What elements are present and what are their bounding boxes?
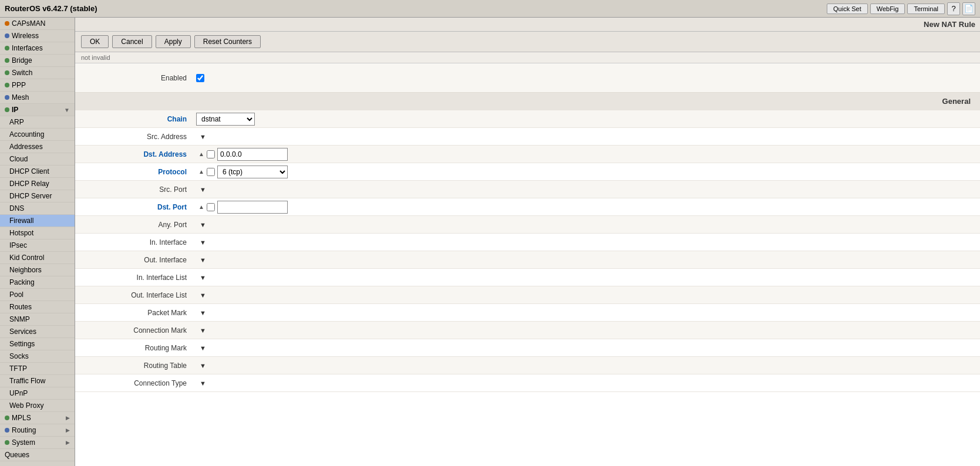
sidebar-item-label: ARP [9, 118, 24, 126]
sidebar-item-mesh[interactable]: Mesh [0, 92, 75, 104]
protocol-expand[interactable]: ▲ [198, 168, 204, 175]
sidebar-item-ipsec[interactable]: IPsec [0, 239, 75, 252]
in-interface-list-label: In. Interface List [75, 273, 193, 282]
sidebar-item-label: Mesh [12, 93, 29, 102]
in-interface-row: In. Interface ▼ [75, 234, 980, 251]
capsman-dot [5, 21, 9, 26]
sidebar-item-bridge[interactable]: Bridge [0, 55, 75, 67]
sidebar-item-accounting[interactable]: Accounting [0, 129, 75, 141]
sidebar-item-web-proxy[interactable]: Web Proxy [0, 400, 75, 412]
sidebar-item-firewall[interactable]: Firewall [0, 215, 75, 227]
sidebar-item-neighbors[interactable]: Neighbors [0, 264, 75, 276]
connection-mark-arrow[interactable]: ▼ [196, 325, 210, 336]
protocol-control: ▲ 6 (tcp) 17 (udp) 1 (icmp) [193, 164, 980, 180]
sidebar-item-dhcp-client[interactable]: DHCP Client [0, 166, 75, 178]
dst-address-input[interactable]: 0.0.0.0 [217, 148, 288, 161]
dst-port-control: ▲ [193, 199, 980, 215]
dst-port-expand[interactable]: ▲ [198, 204, 204, 210]
wireless-dot [5, 33, 9, 38]
dst-port-checkbox[interactable] [207, 203, 215, 211]
sidebar-item-settings[interactable]: Settings [0, 338, 75, 350]
sidebar-item-wireless[interactable]: Wireless [0, 30, 75, 42]
interfaces-dot [5, 46, 9, 50]
enabled-checkbox[interactable] [196, 74, 204, 82]
enabled-control [193, 72, 980, 84]
in-interface-arrow[interactable]: ▼ [196, 237, 210, 248]
packet-mark-arrow[interactable]: ▼ [196, 308, 210, 318]
dst-port-input[interactable] [217, 201, 288, 214]
packet-mark-row: Packet Mark ▼ [75, 304, 980, 322]
cancel-button[interactable]: Cancel [112, 35, 151, 48]
sidebar-item-mpls[interactable]: MPLS ▶ [0, 412, 75, 424]
sidebar-item-label: CAPsMAN [12, 19, 45, 28]
sidebar-item-cloud[interactable]: Cloud [0, 153, 75, 166]
quick-set-button[interactable]: Quick Set [827, 4, 868, 14]
sidebar-item-arp[interactable]: ARP [0, 116, 75, 129]
src-address-arrow[interactable]: ▼ [196, 131, 210, 142]
src-port-arrow[interactable]: ▼ [196, 184, 210, 195]
sidebar-item-services[interactable]: Services [0, 326, 75, 338]
src-port-control: ▼ [193, 183, 980, 197]
sidebar-item-dns[interactable]: DNS [0, 202, 75, 215]
sidebar-item-label: System [12, 438, 35, 447]
system-arrow: ▶ [66, 440, 70, 445]
any-port-arrow[interactable]: ▼ [196, 220, 210, 230]
mesh-dot [5, 95, 9, 100]
routing-table-control: ▼ [193, 359, 980, 373]
protocol-checkbox[interactable] [207, 168, 215, 176]
sidebar-item-routing[interactable]: Routing ▶ [0, 424, 75, 437]
sidebar-item-socks[interactable]: Socks [0, 350, 75, 363]
out-interface-list-label: Out. Interface List [75, 291, 193, 299]
sidebar-item-traffic-flow[interactable]: Traffic Flow [0, 375, 75, 387]
reset-counters-button[interactable]: Reset Counters [194, 35, 261, 48]
sidebar-item-switch[interactable]: Switch [0, 67, 75, 79]
sidebar-item-ppp[interactable]: PPP [0, 79, 75, 92]
packet-mark-label: Packet Mark [75, 309, 193, 317]
connection-mark-control: ▼ [193, 323, 980, 337]
sidebar-item-tftp[interactable]: TFTP [0, 363, 75, 375]
out-interface-list-arrow[interactable]: ▼ [196, 290, 210, 300]
sidebar-item-label: Bridge [12, 56, 32, 65]
routing-table-arrow[interactable]: ▼ [196, 360, 210, 371]
out-interface-arrow[interactable]: ▼ [196, 255, 210, 265]
apply-button[interactable]: Apply [156, 35, 191, 48]
sidebar-item-pool[interactable]: Pool [0, 289, 75, 301]
in-interface-list-arrow[interactable]: ▼ [196, 272, 210, 283]
sidebar-item-kid-control[interactable]: Kid Control [0, 252, 75, 264]
sidebar-item-routes[interactable]: Routes [0, 301, 75, 313]
sidebar-item-label: Routing [12, 426, 36, 434]
out-interface-list-row: Out. Interface List ▼ [75, 286, 980, 304]
sidebar-item-interfaces[interactable]: Interfaces [0, 42, 75, 55]
src-address-control: ▼ [193, 130, 980, 144]
help-button[interactable]: ? [947, 2, 960, 15]
sidebar-item-system[interactable]: System ▶ [0, 437, 75, 449]
webfig-button[interactable]: WebFig [870, 4, 905, 14]
sidebar-item-label: Traffic Flow [9, 377, 45, 385]
sidebar-item-capsman[interactable]: CAPsMAN [0, 18, 75, 30]
terminal-button[interactable]: Terminal [907, 4, 945, 14]
sidebar-item-packing[interactable]: Packing [0, 276, 75, 289]
sidebar-item-ip[interactable]: IP ▼ [0, 104, 75, 116]
file-button[interactable]: 📄 [962, 2, 975, 15]
dst-address-checkbox[interactable] [207, 150, 215, 158]
ok-button[interactable]: OK [81, 35, 109, 48]
connection-type-arrow[interactable]: ▼ [196, 378, 210, 389]
section-label: General [942, 97, 971, 106]
sidebar-item-queues[interactable]: Queues [0, 449, 75, 461]
routing-mark-arrow[interactable]: ▼ [196, 343, 210, 353]
sidebar-item-label: Packing [9, 278, 35, 286]
chain-select[interactable]: dstnat srcnat [196, 113, 255, 126]
sidebar-item-label: Socks [9, 352, 29, 360]
sidebar-item-upnp[interactable]: UPnP [0, 387, 75, 400]
dst-address-expand[interactable]: ▲ [198, 151, 204, 157]
sidebar-item-hotspot[interactable]: Hotspot [0, 227, 75, 239]
protocol-select[interactable]: 6 (tcp) 17 (udp) 1 (icmp) [217, 166, 288, 178]
sidebar-item-addresses[interactable]: Addresses [0, 141, 75, 153]
sidebar-item-label: DNS [9, 204, 24, 212]
sidebar-item-snmp[interactable]: SNMP [0, 313, 75, 326]
mpls-dot [5, 416, 9, 420]
sidebar-item-dhcp-relay[interactable]: DHCP Relay [0, 178, 75, 190]
out-interface-list-control: ▼ [193, 288, 980, 302]
switch-dot [5, 70, 9, 75]
sidebar-item-dhcp-server[interactable]: DHCP Server [0, 190, 75, 202]
